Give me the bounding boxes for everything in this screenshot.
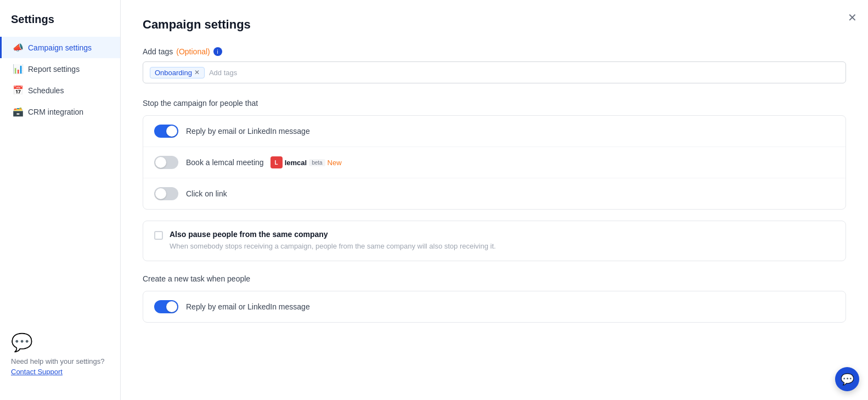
stop-campaign-heading: Stop the campaign for people that: [143, 99, 846, 108]
pause-company-desc: When somebody stops receiving a campaign…: [170, 241, 496, 252]
sidebar-item-report-settings[interactable]: 📊 Report settings: [0, 58, 120, 80]
lemcal-logo-icon: L: [270, 156, 283, 168]
option-click-link: Click on link: [143, 178, 846, 209]
contact-support-link[interactable]: Contact Support: [11, 368, 109, 376]
sidebar-item-crm-integration[interactable]: 🗃️ CRM integration: [0, 101, 120, 122]
chat-support-button[interactable]: 💬: [835, 367, 859, 391]
sidebar-item-schedules[interactable]: 📅 Schedules: [0, 80, 120, 101]
tags-input[interactable]: Onboarding ✕ Add tags: [143, 61, 846, 83]
add-tags-label: Add tags (Optional) i: [143, 47, 846, 56]
option-reply-email-label: Reply by email or LinkedIn message: [186, 127, 310, 136]
option-click-link-label: Click on link: [186, 189, 227, 198]
modal-main: ✕ Campaign settings Add tags (Optional) …: [121, 0, 868, 400]
sidebar-item-campaign-settings[interactable]: 📣 Campaign settings: [0, 37, 120, 58]
toggle-knob-click-link: [155, 188, 166, 199]
campaign-settings-icon: 📣: [13, 42, 22, 53]
toggle-reply-email[interactable]: [154, 125, 178, 138]
toggle-click-link[interactable]: [154, 187, 178, 200]
onboarding-tag: Onboarding ✕: [150, 67, 205, 78]
create-task-label: Create a new task when people: [143, 274, 846, 283]
help-icon: 💬: [11, 332, 109, 353]
lemcal-name: lemcal: [285, 159, 307, 167]
toggle-task-reply-email[interactable]: [154, 300, 178, 313]
modal-title: Campaign settings: [143, 18, 846, 32]
lemcal-badge: L lemcal beta New: [270, 156, 342, 168]
sidebar-item-campaign-label: Campaign settings: [28, 43, 92, 52]
tags-info-icon[interactable]: i: [213, 47, 222, 56]
new-badge: New: [328, 159, 342, 167]
tag-remove-button[interactable]: ✕: [194, 69, 200, 76]
report-settings-icon: 📊: [13, 64, 22, 74]
crm-icon: 🗃️: [13, 106, 22, 117]
pause-company-content: Also pause people from the same company …: [170, 230, 496, 252]
option-reply-email: Reply by email or LinkedIn message: [143, 116, 846, 147]
option-book-lemcal: Book a lemcal meeting L lemcal beta New: [143, 147, 846, 178]
sidebar-item-schedules-label: Schedules: [28, 86, 64, 95]
schedules-icon: 📅: [13, 85, 22, 95]
help-text: Need help with your settings?: [11, 357, 109, 365]
option-task-reply-email: Reply by email or LinkedIn message: [143, 291, 846, 322]
tag-label: Onboarding: [155, 69, 192, 77]
sidebar-item-report-label: Report settings: [28, 65, 80, 74]
stop-campaign-options: Reply by email or LinkedIn message Book …: [143, 115, 846, 210]
toggle-knob-reply-email: [166, 126, 177, 137]
chat-icon: 💬: [841, 373, 854, 386]
settings-sidebar: Settings 📣 Campaign settings 📊 Report se…: [0, 0, 121, 400]
book-lemcal-text: Book a lemcal meeting: [186, 158, 264, 167]
sidebar-help: 💬 Need help with your settings? Contact …: [0, 321, 120, 387]
add-tags-text: Add tags: [143, 47, 173, 56]
optional-text: (Optional): [176, 47, 210, 56]
beta-badge: beta: [309, 159, 325, 166]
sidebar-item-crm-label: CRM integration: [28, 108, 83, 116]
toggle-knob-task-reply-email: [166, 301, 177, 312]
toggle-knob-book-lemcal: [155, 157, 166, 168]
modal-close-button[interactable]: ✕: [848, 11, 857, 24]
modal-wrapper: Settings 📣 Campaign settings 📊 Report se…: [0, 0, 868, 400]
sidebar-title: Settings: [0, 13, 120, 37]
pause-company-title: Also pause people from the same company: [170, 230, 496, 239]
add-tags-placeholder: Add tags: [209, 69, 237, 77]
option-task-reply-email-label: Reply by email or LinkedIn message: [186, 302, 310, 311]
create-task-options: Reply by email or LinkedIn message: [143, 291, 846, 323]
option-book-lemcal-label: Book a lemcal meeting L lemcal beta New: [186, 156, 342, 168]
toggle-book-lemcal[interactable]: [154, 156, 178, 169]
pause-company-box: Also pause people from the same company …: [143, 221, 846, 261]
pause-company-checkbox[interactable]: [154, 231, 163, 240]
